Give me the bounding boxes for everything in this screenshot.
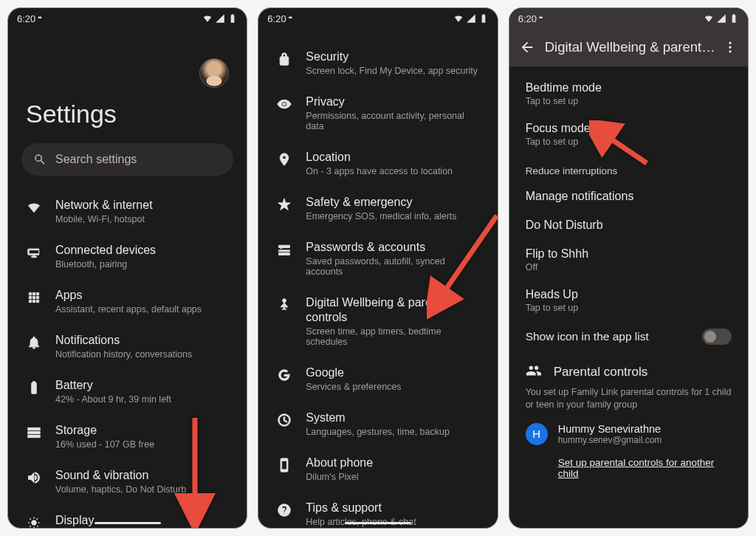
- item-title: Display: [55, 513, 94, 528]
- settings-item-safety-emergency[interactable]: Safety & emergencyEmergency SOS, medical…: [261, 186, 494, 231]
- manage-notifications-item[interactable]: Manage notifications: [512, 182, 745, 211]
- screenshot-2-settings-scrolled: 6:20•• SecurityScreen lock, Find My Devi…: [258, 7, 498, 529]
- item-title: Digital Wellbeing & parental controls: [306, 295, 479, 325]
- wifi-status-icon: [704, 13, 714, 24]
- settings-item-security[interactable]: SecurityScreen lock, Find My Device, app…: [261, 41, 494, 86]
- lock-icon: [276, 51, 292, 67]
- item-title: Security: [306, 49, 478, 64]
- back-button[interactable]: [512, 32, 542, 62]
- item-title: Apps: [55, 288, 202, 303]
- item-subtitle: Bluetooth, pairing: [55, 259, 156, 269]
- item-subtitle: Screen lock, Find My Device, app securit…: [306, 66, 478, 76]
- more-vert-icon: [723, 40, 738, 55]
- settings-item-passwords-accounts[interactable]: Passwords & accountsSaved passwords, aut…: [261, 231, 494, 286]
- item-subtitle: Mobile, Wi-Fi, hotspot: [55, 214, 153, 224]
- settings-item-notifications[interactable]: NotificationsNotification history, conve…: [11, 324, 244, 369]
- section-title: Parental controls: [554, 365, 648, 379]
- heads-up-item[interactable]: Heads Up Tap to set up: [512, 281, 745, 321]
- item-subtitle: 42% - About 9 hr, 39 min left: [55, 394, 171, 405]
- item-title: Google: [306, 365, 401, 380]
- item-subtitle: Assistant, recent apps, default apps: [55, 304, 202, 315]
- child-name: Hummy Senevirathne: [558, 423, 662, 435]
- settings-item-sound-vibration[interactable]: Sound & vibrationVolume, haptics, Do Not…: [11, 459, 244, 504]
- nav-bar-indicator[interactable]: [345, 522, 411, 524]
- pin-icon: [276, 151, 292, 168]
- svg-point-5: [729, 50, 731, 52]
- wifi-icon: [26, 199, 42, 216]
- item-subtitle: On - 3 apps have access to location: [306, 166, 453, 176]
- item-subtitle: Emergency SOS, medical info, alerts: [306, 211, 456, 221]
- apps-icon: [26, 289, 42, 306]
- item-subtitle: Services & preferences: [306, 382, 401, 392]
- signal-status-icon: [215, 13, 225, 24]
- google-icon: [276, 367, 292, 383]
- status-icons: [202, 13, 238, 24]
- profile-avatar[interactable]: [199, 58, 229, 88]
- settings-item-google[interactable]: GoogleServices & preferences: [261, 357, 494, 402]
- svg-point-0: [32, 520, 37, 526]
- toggle-switch-off[interactable]: [702, 329, 732, 345]
- item-title: Location: [306, 150, 453, 165]
- status-time: 6:20••: [267, 13, 292, 24]
- item-subtitle: 16% used - 107 GB free: [55, 439, 154, 450]
- item-title: System: [306, 410, 450, 425]
- section-header-reduce-interruptions: Reduce interruptions: [512, 155, 745, 182]
- screenshot-3-digital-wellbeing: 6:20•• Digital Wellbeing & parental co… …: [509, 7, 749, 529]
- item-subtitle: Permissions, account activity, personal …: [306, 111, 479, 131]
- app-bar-title: Digital Wellbeing & parental co…: [545, 39, 715, 55]
- item-title: Privacy: [306, 95, 479, 109]
- item-title: About phone: [306, 456, 373, 470]
- item-title: Safety & emergency: [306, 195, 456, 210]
- item-subtitle: Volume, haptics, Do Not Disturb: [55, 484, 186, 495]
- status-bar: 6:20••: [509, 8, 748, 29]
- status-time: 6:20••: [518, 13, 543, 24]
- status-bar: 6:20••: [8, 8, 247, 29]
- setup-another-child-link[interactable]: Set up parental controls for another chi…: [512, 453, 745, 487]
- bedtime-mode-item[interactable]: Bedtime mode Tap to set up: [512, 74, 745, 114]
- flip-to-shhh-item[interactable]: Flip to Shhh Off: [512, 240, 745, 281]
- nav-bar-indicator[interactable]: [94, 522, 161, 524]
- settings-item-battery[interactable]: Battery42% - About 9 hr, 39 min left: [11, 369, 244, 414]
- item-subtitle: Tap to set up: [526, 137, 732, 147]
- wellbeing-icon: [276, 297, 292, 313]
- status-icons: [453, 13, 489, 24]
- status-bar: 6:20••: [258, 8, 497, 29]
- settings-item-apps[interactable]: AppsAssistant, recent apps, default apps: [11, 279, 244, 324]
- settings-item-display[interactable]: Display: [11, 504, 244, 528]
- overflow-menu-button[interactable]: [718, 32, 742, 62]
- item-title: Show icon in the app list: [526, 330, 649, 343]
- key-icon: [276, 241, 292, 258]
- item-title: Manage notifications: [526, 190, 732, 203]
- show-icon-toggle-row[interactable]: Show icon in the app list: [512, 321, 745, 352]
- do-not-disturb-item[interactable]: Do Not Disturb: [512, 211, 745, 240]
- settings-item-digital-wellbeing-parental-controls[interactable]: Digital Wellbeing & parental controlsScr…: [261, 286, 494, 357]
- screenshot-1-settings-home: 6:20•• Settings Search settings Network …: [7, 7, 247, 529]
- wifi-status-icon: [202, 13, 213, 24]
- settings-item-network-internet[interactable]: Network & internetMobile, Wi-Fi, hotspot: [11, 189, 244, 234]
- display-icon: [26, 515, 42, 528]
- item-title: Passwords & accounts: [306, 240, 479, 255]
- app-bar: Digital Wellbeing & parental co…: [509, 28, 748, 66]
- settings-item-about-phone[interactable]: About phoneDilum's Pixel: [261, 447, 494, 492]
- item-title: Heads Up: [526, 288, 732, 301]
- child-email: hummy.senev@gmail.com: [558, 435, 662, 445]
- settings-item-location[interactable]: LocationOn - 3 apps have access to locat…: [261, 141, 494, 186]
- system-icon: [276, 412, 292, 428]
- focus-mode-item[interactable]: Focus mode Tap to set up: [512, 114, 745, 155]
- item-title: Connected devices: [55, 243, 156, 258]
- bell-icon: [26, 334, 42, 351]
- eye-icon: [276, 96, 292, 112]
- status-icons: [704, 13, 739, 24]
- settings-item-system[interactable]: SystemLanguages, gestures, time, backup: [261, 402, 494, 447]
- battery-icon: [26, 379, 42, 396]
- search-settings-input[interactable]: Search settings: [21, 143, 233, 176]
- item-subtitle: Screen time, app timers, bedtime schedul…: [306, 326, 479, 347]
- item-title: Network & internet: [55, 198, 153, 213]
- settings-item-storage[interactable]: Storage16% used - 107 GB free: [11, 414, 244, 459]
- parental-description: You set up Family Link parental controls…: [512, 386, 745, 419]
- status-time: 6:20••: [17, 13, 41, 24]
- settings-item-connected-devices[interactable]: Connected devicesBluetooth, pairing: [11, 234, 244, 279]
- child-account-row[interactable]: H Hummy Senevirathne hummy.senev@gmail.c…: [512, 419, 745, 453]
- settings-item-privacy[interactable]: PrivacyPermissions, account activity, pe…: [261, 86, 494, 141]
- item-subtitle: Off: [526, 262, 732, 272]
